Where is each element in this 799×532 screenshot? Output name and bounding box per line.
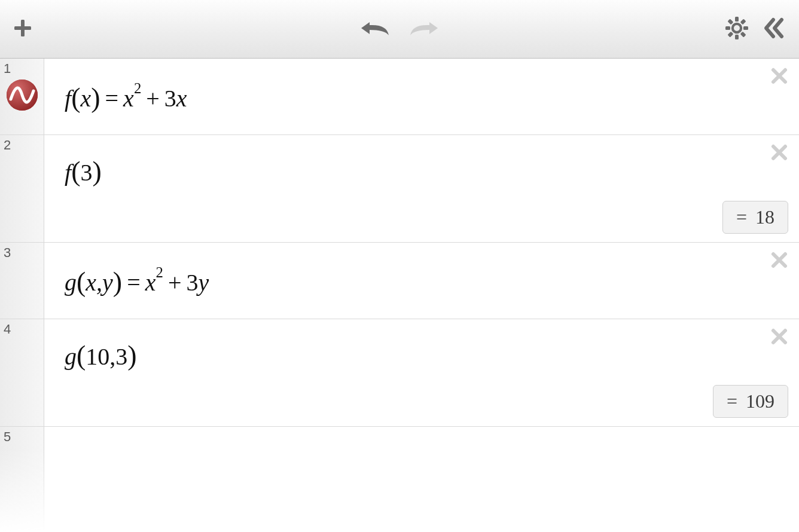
function-color-icon[interactable]	[6, 79, 38, 114]
svg-rect-1	[14, 26, 31, 30]
settings-button[interactable]	[725, 16, 749, 42]
expression-row[interactable]: 2 f(3) = 18	[0, 135, 799, 243]
expression-math[interactable]: f(x)=x2+3x	[65, 85, 187, 112]
result-badge[interactable]: = 18	[722, 201, 788, 234]
toolbar	[0, 0, 799, 59]
undo-icon	[359, 17, 391, 39]
close-icon	[770, 251, 788, 269]
expression-cell[interactable]	[44, 427, 799, 532]
svg-rect-3	[735, 17, 739, 22]
row-gutter[interactable]: 3	[0, 243, 44, 319]
expression-row[interactable]: 1	[0, 59, 799, 135]
redo-icon	[408, 17, 440, 39]
row-gutter[interactable]: 1	[0, 59, 44, 134]
svg-rect-8	[727, 31, 733, 37]
close-icon	[770, 67, 788, 85]
row-index: 4	[4, 322, 11, 337]
row-gutter[interactable]: 2	[0, 135, 44, 242]
expression-cell[interactable]: g(x,y)=x2+3y	[44, 243, 799, 319]
expression-math[interactable]: f(3)	[65, 159, 102, 186]
gear-icon	[725, 16, 749, 40]
expression-cell[interactable]: f(x)=x2+3x	[44, 59, 799, 134]
expression-math[interactable]: g(10,3)	[65, 343, 137, 370]
svg-rect-7	[740, 19, 746, 25]
svg-rect-4	[735, 35, 739, 39]
toolbar-center	[359, 17, 440, 41]
close-icon	[770, 143, 788, 161]
expression-row[interactable]: 4 g(10,3) = 109	[0, 319, 799, 427]
row-index: 1	[4, 61, 11, 77]
result-value: 18	[755, 206, 774, 228]
expression-row[interactable]: 5	[0, 427, 799, 532]
result-value: 109	[746, 390, 774, 412]
svg-point-11	[734, 25, 740, 31]
row-index: 5	[4, 429, 11, 445]
row-index: 3	[4, 245, 11, 261]
row-index: 2	[4, 137, 11, 153]
result-badge[interactable]: = 109	[713, 385, 788, 418]
svg-rect-9	[727, 19, 733, 25]
delete-row-button[interactable]	[770, 143, 788, 164]
svg-rect-5	[725, 26, 730, 30]
result-equals: =	[727, 390, 737, 412]
svg-rect-10	[740, 31, 746, 37]
undo-button[interactable]	[359, 17, 391, 41]
redo-button[interactable]	[408, 17, 440, 41]
expression-panel: 1	[0, 59, 799, 532]
close-icon	[770, 328, 788, 346]
add-expression-button[interactable]	[11, 16, 35, 42]
row-gutter[interactable]: 5	[0, 427, 44, 532]
expression-cell[interactable]: g(10,3) = 109	[44, 319, 799, 426]
delete-row-button[interactable]	[770, 328, 788, 348]
expression-math[interactable]: g(x,y)=x2+3y	[65, 269, 209, 296]
toolbar-right	[725, 16, 786, 42]
delete-row-button[interactable]	[770, 251, 788, 271]
row-gutter[interactable]: 4	[0, 319, 44, 426]
expression-cell[interactable]: f(3) = 18	[44, 135, 799, 242]
chevron-double-left-icon	[762, 16, 786, 40]
expression-row[interactable]: 3 g(x,y)=x2+3y	[0, 243, 799, 319]
collapse-panel-button[interactable]	[762, 16, 786, 42]
result-equals: =	[736, 206, 747, 228]
delete-row-button[interactable]	[770, 67, 788, 87]
plus-icon	[11, 16, 35, 40]
svg-rect-6	[743, 26, 748, 30]
